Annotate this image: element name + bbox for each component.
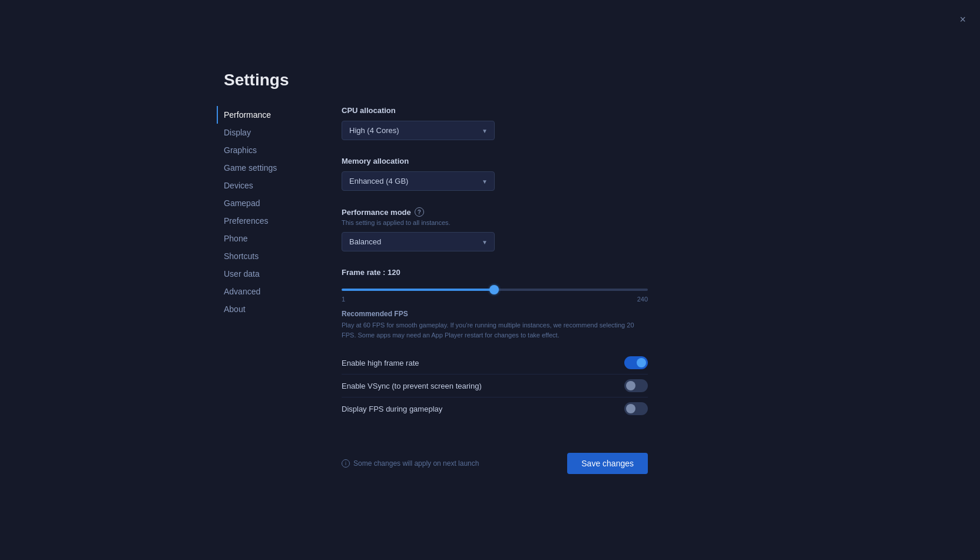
high-frame-rate-toggle-slider — [624, 356, 648, 369]
cpu-allocation-select[interactable]: Low (1 Core) Medium (2 Cores) High (4 Co… — [342, 121, 495, 140]
toggles-section: Enable high frame rate Enable VSync (to … — [342, 352, 648, 420]
toggle-row-display-fps: Display FPS during gameplay — [342, 397, 648, 420]
sidebar-item-display[interactable]: Display — [217, 124, 318, 141]
sidebar-item-about[interactable]: About — [217, 300, 318, 318]
recommended-fps-text: Play at 60 FPS for smooth gameplay. If y… — [342, 320, 648, 340]
sidebar-item-advanced[interactable]: Advanced — [217, 283, 318, 300]
footer-hint: i Some changes will apply on next launch — [342, 459, 479, 468]
recommended-fps-label: Recommended FPS — [342, 310, 648, 318]
frame-rate-label: Frame rate : 120 — [342, 268, 648, 277]
close-button[interactable]: × — [956, 11, 969, 28]
vsync-toggle[interactable] — [624, 379, 648, 392]
sidebar: Performance Display Graphics Game settin… — [224, 106, 318, 474]
high-frame-rate-label: Enable high frame rate — [342, 359, 419, 367]
sidebar-item-preferences[interactable]: Preferences — [217, 212, 318, 230]
footer-info-icon: i — [342, 459, 350, 468]
cpu-allocation-dropdown-wrapper: Low (1 Core) Medium (2 Cores) High (4 Co… — [342, 121, 495, 140]
sidebar-item-devices[interactable]: Devices — [217, 177, 318, 194]
sidebar-item-graphics[interactable]: Graphics — [217, 141, 318, 159]
cpu-allocation-section: CPU allocation Low (1 Core) Medium (2 Co… — [342, 106, 648, 140]
frame-rate-slider-container — [342, 283, 648, 293]
slider-min: 1 — [342, 296, 345, 303]
slider-max: 240 — [637, 296, 648, 303]
vsync-label: Enable VSync (to prevent screen tearing) — [342, 382, 482, 390]
toggle-row-high-frame-rate: Enable high frame rate — [342, 352, 648, 375]
close-icon: × — [959, 14, 966, 25]
performance-mode-label-row: Performance mode ? — [342, 207, 648, 217]
memory-allocation-section: Memory allocation Low (1 GB) Medium (2 G… — [342, 157, 648, 191]
performance-mode-dropdown-wrapper: Power saving Balanced High performance ▼ — [342, 232, 495, 251]
frame-rate-slider[interactable] — [342, 289, 648, 291]
sidebar-item-gamepad[interactable]: Gamepad — [217, 194, 318, 212]
main-content: CPU allocation Low (1 Core) Medium (2 Co… — [318, 106, 660, 474]
performance-mode-select[interactable]: Power saving Balanced High performance — [342, 232, 495, 251]
sidebar-item-phone[interactable]: Phone — [217, 230, 318, 247]
display-fps-toggle-slider — [624, 402, 648, 415]
performance-mode-help-icon[interactable]: ? — [415, 207, 424, 217]
slider-range: 1 240 — [342, 296, 648, 303]
cpu-allocation-label: CPU allocation — [342, 106, 648, 115]
high-frame-rate-toggle[interactable] — [624, 356, 648, 369]
memory-allocation-select[interactable]: Low (1 GB) Medium (2 GB) Enhanced (4 GB)… — [342, 171, 495, 191]
footer-hint-text: Some changes will apply on next launch — [353, 459, 479, 468]
performance-mode-section: Performance mode ? This setting is appli… — [342, 207, 648, 251]
performance-mode-hint: This setting is applied to all instances… — [342, 219, 648, 226]
toggle-row-vsync: Enable VSync (to prevent screen tearing) — [342, 375, 648, 397]
sidebar-item-game-settings[interactable]: Game settings — [217, 159, 318, 177]
vsync-toggle-slider — [624, 379, 648, 392]
display-fps-toggle[interactable] — [624, 402, 648, 415]
sidebar-item-user-data[interactable]: User data — [217, 265, 318, 283]
display-fps-label: Display FPS during gameplay — [342, 405, 442, 413]
performance-mode-text: Performance mode — [342, 208, 411, 217]
footer: i Some changes will apply on next launch… — [342, 443, 648, 474]
memory-allocation-label: Memory allocation — [342, 157, 648, 165]
sidebar-item-shortcuts[interactable]: Shortcuts — [217, 247, 318, 265]
frame-rate-section: Frame rate : 120 1 240 Recommended FPS P… — [342, 268, 648, 340]
memory-allocation-dropdown-wrapper: Low (1 GB) Medium (2 GB) Enhanced (4 GB)… — [342, 171, 495, 191]
save-changes-button[interactable]: Save changes — [567, 453, 648, 474]
sidebar-item-performance[interactable]: Performance — [217, 106, 318, 124]
